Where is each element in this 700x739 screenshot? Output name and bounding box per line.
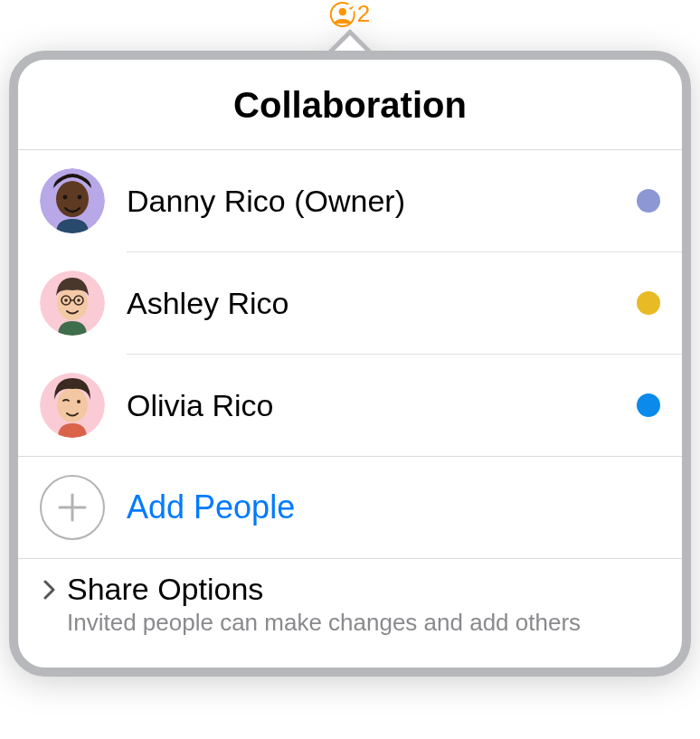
collaboration-toolbar-button[interactable]: 2 [330,0,370,28]
participant-row[interactable]: Olivia Rico [18,355,682,456]
share-options-title: Share Options [67,572,263,607]
participant-name: Danny Rico (Owner) [127,184,615,219]
chevron-right-icon [42,577,58,602]
avatar [40,168,105,233]
svg-point-6 [78,195,82,200]
svg-point-1 [339,7,346,14]
cursor-color-dot [637,291,660,315]
add-people-label: Add People [127,488,295,526]
avatar [40,270,105,336]
popover-pointer [328,29,372,51]
svg-point-16 [77,400,80,403]
plus-icon [40,475,105,540]
cursor-color-dot [637,189,660,213]
share-options-button[interactable]: Share Options Invited people can make ch… [18,559,682,668]
cursor-color-dot [637,393,660,417]
svg-point-12 [64,298,68,302]
person-badge-icon [330,2,355,27]
participant-name: Olivia Rico [127,388,615,423]
share-options-subtitle: Invited people can make changes and add … [67,609,658,637]
popover-title: Collaboration [18,60,682,149]
participant-row[interactable]: Danny Rico (Owner) [18,150,682,251]
participants-list: Danny Rico (Owner) [18,150,682,456]
add-people-button[interactable]: Add People [18,457,682,558]
participant-name: Ashley Rico [127,286,615,321]
collaboration-popover: Collaboration Danny Rico (Owner) [9,29,691,677]
svg-point-15 [57,388,88,422]
participant-row[interactable]: Ashley Rico [18,252,682,354]
svg-point-13 [77,298,80,302]
collaborator-count: 2 [357,0,370,28]
svg-point-5 [63,195,68,200]
avatar [40,373,105,438]
